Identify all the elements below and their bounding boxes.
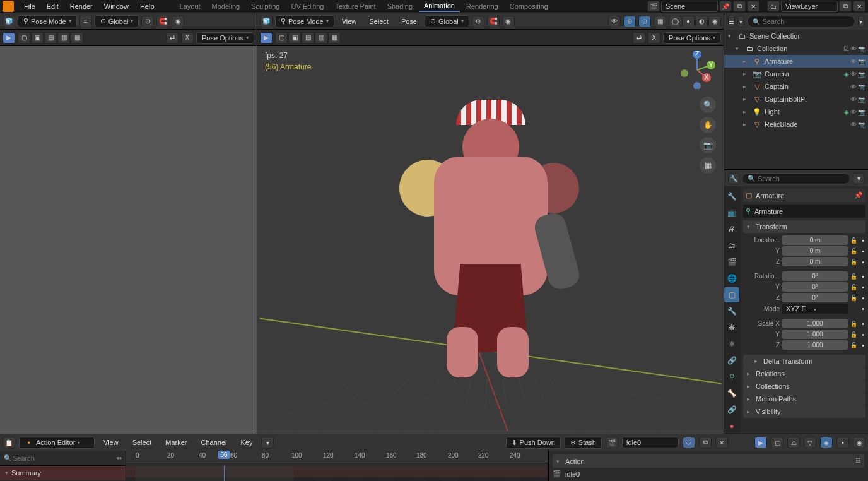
- pose-options-dropdown[interactable]: Pose Options▾: [196, 32, 254, 44]
- overlay-toggle-icon[interactable]: ⊙: [638, 16, 651, 27]
- scale-x-field[interactable]: 1.000: [782, 319, 848, 328]
- panel-collections[interactable]: ▸Collections: [743, 380, 865, 393]
- mode-dropdown[interactable]: ⚲Pose Mode▾: [275, 15, 334, 27]
- tab-world-icon[interactable]: 🌐: [724, 271, 739, 286]
- select-int-icon[interactable]: ▦: [328, 32, 341, 44]
- workspace-rendering[interactable]: Rendering: [461, 1, 503, 11]
- visibility-icon[interactable]: 👁: [608, 16, 621, 27]
- pose-options-dropdown[interactable]: Pose Options▾: [663, 32, 721, 44]
- snap-icon[interactable]: 🧲: [156, 16, 169, 27]
- select-inv-icon[interactable]: ▥: [315, 32, 327, 44]
- outliner-item-armature[interactable]: ▸⚲Armature 👁📷: [724, 55, 868, 68]
- select-box-icon[interactable]: ▢: [18, 32, 30, 44]
- proportional-icon[interactable]: ◉: [172, 16, 184, 27]
- tab-data-icon[interactable]: ⚲: [724, 369, 739, 384]
- stash-button[interactable]: ❄Stash: [565, 437, 602, 449]
- location-x-field[interactable]: 0 m: [782, 235, 848, 245]
- tab-output-icon[interactable]: 🖨: [724, 222, 739, 237]
- properties-type-icon[interactable]: 🔧: [728, 173, 739, 184]
- editor-type-icon[interactable]: 🧊: [3, 16, 15, 27]
- tab-render-icon[interactable]: 📺: [724, 205, 739, 220]
- zoom-icon[interactable]: 🔍: [700, 97, 716, 113]
- scale-y-field[interactable]: 1.000: [782, 330, 848, 339]
- outliner-item-captainboltpi[interactable]: ▸▽CaptainBoltPi 👁📷: [724, 93, 868, 105]
- view-menu[interactable]: View: [337, 15, 362, 28]
- panel-delta-transform[interactable]: ▸Delta Transform: [743, 355, 865, 367]
- workspace-layout[interactable]: Layout: [175, 1, 206, 11]
- outliner-item-captain[interactable]: ▸▽Captain 👁📷: [724, 80, 868, 93]
- gizmo-toggle-icon[interactable]: ⊕: [623, 16, 636, 27]
- push-down-button[interactable]: ⬇Push Down: [506, 437, 561, 449]
- panel-relations[interactable]: ▸Relations: [743, 367, 865, 380]
- action-browse-icon[interactable]: 🎬: [606, 437, 618, 448]
- rotation-x-field[interactable]: 0°: [782, 271, 848, 281]
- panel-transform[interactable]: ▾Transform: [743, 220, 865, 233]
- select-box-icon[interactable]: ▢: [275, 32, 288, 44]
- tab-modifier-icon[interactable]: 🔧: [724, 304, 739, 319]
- dopesheet-area[interactable]: [126, 466, 548, 481]
- menu-edit[interactable]: Edit: [42, 0, 64, 13]
- tab-physics-icon[interactable]: ⚛: [724, 336, 739, 352]
- workspace-compositing[interactable]: Compositing: [505, 1, 553, 11]
- workspace-uv[interactable]: UV Editing: [286, 1, 329, 11]
- viewlayer-new-icon[interactable]: ⧉: [839, 1, 852, 12]
- ae-view-menu[interactable]: View: [98, 436, 124, 449]
- menu-window[interactable]: Window: [99, 0, 134, 13]
- tab-constraint-icon[interactable]: 🔗: [724, 353, 739, 368]
- left-viewport[interactable]: [0, 46, 257, 434]
- ae-marker-menu[interactable]: Marker: [160, 436, 192, 449]
- select-inv-icon[interactable]: ▥: [57, 32, 70, 44]
- outliner-filter-icon[interactable]: ▾: [858, 16, 865, 27]
- ae-error-icon[interactable]: ⚠: [787, 437, 800, 448]
- menu-file[interactable]: File: [19, 0, 40, 13]
- xray-icon[interactable]: ▦: [654, 16, 666, 27]
- action-unlink-icon[interactable]: ✕: [715, 437, 728, 448]
- ae-auto-snap-icon[interactable]: •: [836, 437, 849, 448]
- shading-matprev-icon[interactable]: ◐: [695, 16, 708, 27]
- mirror-icon[interactable]: ⇄: [633, 32, 645, 44]
- main-viewport[interactable]: fps: 27 (56) Armature Z Y X 🔍 ✋ 📷 ▦: [257, 46, 724, 434]
- camera-view-icon[interactable]: 📷: [700, 137, 716, 153]
- workspace-sculpting[interactable]: Sculpting: [246, 1, 284, 11]
- ae-prop-icon[interactable]: ◉: [853, 437, 865, 448]
- cursor-tool-icon[interactable]: ▶: [3, 32, 15, 44]
- outliner-item-relicblade[interactable]: ▸▽RelicBlade 👁📷: [724, 118, 868, 131]
- lock-icon[interactable]: 🔓: [850, 284, 859, 290]
- tab-object-icon[interactable]: ▢: [724, 287, 739, 302]
- location-z-field[interactable]: 0 m: [782, 257, 848, 266]
- playhead[interactable]: [224, 466, 225, 481]
- tab-material-icon[interactable]: ●: [724, 419, 739, 434]
- scene-new-icon[interactable]: ⧉: [733, 1, 746, 12]
- panel-action[interactable]: ▾Action⠿: [553, 454, 864, 468]
- dopesheet-type-icon[interactable]: 📋: [3, 437, 15, 448]
- viewlayer-browse-icon[interactable]: 🗂: [767, 1, 780, 12]
- properties-search[interactable]: 🔍: [742, 173, 850, 184]
- menu-toggle-icon[interactable]: ≡: [79, 16, 92, 27]
- lock-icon[interactable]: 🔓: [850, 273, 859, 280]
- channel-search[interactable]: 🔍⇔: [0, 451, 126, 466]
- rotation-y-field[interactable]: 0°: [782, 282, 848, 292]
- shading-solid-icon[interactable]: ●: [682, 16, 695, 27]
- pan-icon[interactable]: ✋: [700, 117, 716, 133]
- viewlayer-delete-icon[interactable]: ✕: [853, 1, 865, 12]
- app-logo-icon[interactable]: [3, 1, 14, 12]
- dopesheet-mode-dropdown[interactable]: 🔸Action Editor▾: [19, 437, 95, 449]
- scene-pin-icon[interactable]: 📌: [719, 1, 732, 12]
- fake-user-icon[interactable]: 🛡: [683, 437, 695, 448]
- timeline-ruler[interactable]: 0 20 40 60 80 100 120 140 160 180 200 22…: [126, 451, 548, 463]
- channel-summary[interactable]: ▾Summary: [0, 466, 126, 480]
- location-y-field[interactable]: 0 m: [782, 246, 848, 256]
- panel-visibility[interactable]: ▸Visibility: [743, 405, 865, 418]
- nav-gizmo[interactable]: Z Y X: [678, 51, 716, 89]
- ae-filter-icon[interactable]: ▾: [261, 437, 274, 448]
- outliner-search[interactable]: 🔍: [747, 16, 855, 27]
- cursor-tool-icon[interactable]: ▶: [260, 32, 273, 44]
- select-sub-icon[interactable]: ▤: [302, 32, 314, 44]
- lock-icon[interactable]: 🔓: [850, 321, 859, 327]
- workspace-modeling[interactable]: Modeling: [207, 1, 245, 11]
- ae-channel-menu[interactable]: Channel: [196, 436, 232, 449]
- tab-scene-icon[interactable]: 🎬: [724, 254, 739, 270]
- tab-bone-icon[interactable]: 🦴: [724, 386, 739, 401]
- pose-menu[interactable]: Pose: [396, 15, 422, 28]
- mirror-icon[interactable]: ⇄: [166, 32, 179, 44]
